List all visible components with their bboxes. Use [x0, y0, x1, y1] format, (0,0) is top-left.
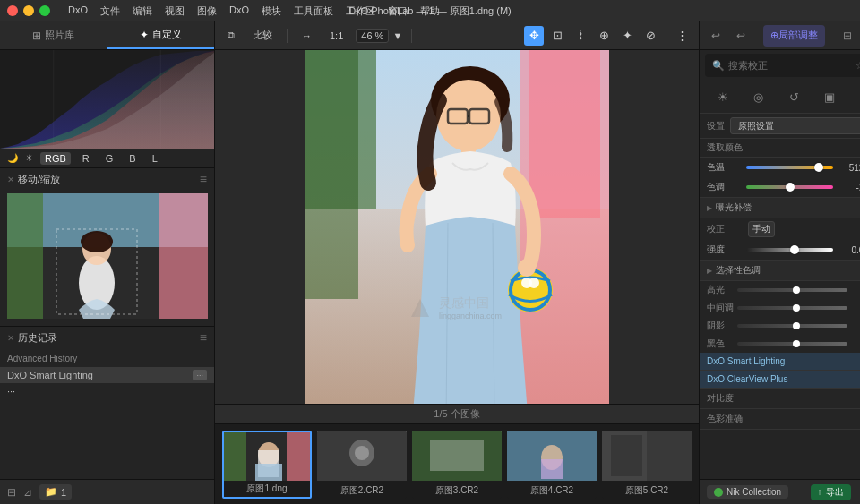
color-temp-thumb[interactable]: [814, 163, 823, 172]
compare-icon[interactable]: ⧉: [222, 28, 240, 43]
highlight-thumb[interactable]: [793, 286, 800, 294]
filmstrip-item-1[interactable]: 原图1.dng: [222, 431, 312, 499]
plugin-clearview[interactable]: DxO ClearView Plus ☆ 7: [700, 371, 860, 389]
filmstrip-item-4[interactable]: 原图4.CR2: [507, 431, 597, 499]
navigator-header[interactable]: ✕ 移动/缩放 ≡: [0, 168, 214, 190]
brightness-thumb[interactable]: [790, 245, 799, 254]
history-item[interactable]: ···: [0, 383, 214, 399]
zoom-down-icon[interactable]: ▼: [392, 30, 402, 41]
history-close-icon[interactable]: ✕: [7, 333, 14, 343]
highlight-slider[interactable]: [737, 288, 847, 292]
menu-edit[interactable]: 编辑: [133, 4, 152, 18]
redo-btn[interactable]: ↩: [730, 25, 752, 47]
dark-mode-icon[interactable]: 🌙: [7, 153, 18, 163]
settings-select[interactable]: 原照设置: [730, 117, 860, 134]
menu-module[interactable]: 模块: [262, 4, 281, 18]
nik-collection-btn[interactable]: Nik Collection: [707, 485, 788, 499]
filmstrip-item-3[interactable]: 原图3.CR2: [412, 431, 502, 499]
black-thumb[interactable]: [793, 340, 800, 347]
menu-view[interactable]: 视图: [165, 4, 185, 18]
detail-tool-icon[interactable]: ↺: [781, 84, 806, 109]
geometry-tool-icon[interactable]: ▣: [817, 84, 842, 109]
move-tool[interactable]: ✥: [524, 26, 544, 46]
history-menu-icon[interactable]: ≡: [200, 330, 207, 345]
search-box[interactable]: 🔍 ☆ ↺: [705, 54, 860, 77]
film-thumb-1: [224, 432, 310, 483]
fx-tool-icon[interactable]: fx: [853, 84, 860, 109]
bottom-icon-1[interactable]: ⊟: [7, 486, 16, 499]
midtone-row: 中间调 0 ▲ ▼: [700, 299, 860, 317]
history-header[interactable]: ✕ 历史记录 ≡: [0, 327, 214, 348]
midtone-slider[interactable]: [737, 306, 847, 310]
search-input[interactable]: [728, 60, 852, 71]
maximize-button[interactable]: [39, 5, 50, 16]
exposure-title: 曝光补偿: [716, 201, 860, 214]
selective-color-header[interactable]: ▶ 选择性色调 ☆ 7: [700, 260, 860, 281]
menu-image[interactable]: 图像: [197, 4, 217, 18]
rgb-btn-all[interactable]: RGB: [40, 152, 71, 165]
separator-2: [411, 29, 412, 43]
tab-customize[interactable]: ✦ 自定义: [108, 21, 215, 49]
filmstrip-item-2[interactable]: 原图2.CR2: [317, 431, 407, 499]
correction-mode[interactable]: 手动: [748, 221, 775, 237]
color-temp-slider[interactable]: [746, 166, 833, 169]
filmstrip-label-3: 原图3.CR2: [412, 483, 502, 499]
filter-icon[interactable]: ⊿: [23, 486, 32, 499]
horizon-tool[interactable]: ⌇: [571, 26, 590, 46]
menu-dxo[interactable]: DxO: [68, 4, 88, 18]
minimize-button[interactable]: [23, 5, 34, 16]
tab-library[interactable]: ⊞ 照片库: [0, 21, 108, 49]
crop-tool[interactable]: ⊡: [547, 26, 567, 46]
film-thumb-2: [317, 431, 407, 481]
rgb-btn-g[interactable]: G: [101, 152, 118, 165]
exposure-tool-icon[interactable]: ☀: [710, 84, 735, 109]
menu-tools[interactable]: 工具面板: [294, 4, 333, 18]
black-slider[interactable]: [737, 342, 847, 346]
star-icon[interactable]: ☆: [856, 60, 860, 72]
filmstrip-label-1: 原图1.dng: [224, 481, 310, 497]
right-top-toolbar: ↩ ↩ ⊕ 局部调整 ⊟ ≡: [700, 21, 860, 50]
light-mode-icon[interactable]: ☀: [25, 153, 33, 163]
repair-tool[interactable]: ✦: [617, 26, 637, 46]
history-item[interactable]: DxO Smart Lighting ···: [0, 367, 214, 383]
selective-collapse-icon: ▶: [707, 267, 712, 275]
navigator-close-icon[interactable]: ✕: [7, 175, 14, 184]
midtone-thumb[interactable]: [793, 304, 800, 312]
svg-point-41: [355, 446, 369, 460]
zoom-1to1-btn[interactable]: 1:1: [324, 29, 348, 43]
menu-file[interactable]: 文件: [100, 4, 120, 18]
tab-library-label: 照片库: [45, 29, 74, 42]
export-btn[interactable]: ↑ 导出: [811, 484, 851, 500]
undo-btn[interactable]: ↩: [705, 25, 727, 47]
compare-button[interactable]: 比较: [247, 27, 278, 44]
local-tool[interactable]: ⊕: [594, 26, 614, 46]
close-button[interactable]: [7, 5, 18, 16]
brightness-slider[interactable]: [746, 248, 833, 252]
preset-btn[interactable]: ⊟: [837, 25, 858, 47]
rgb-btn-l[interactable]: L: [148, 152, 162, 165]
shadow-slider[interactable]: [737, 324, 847, 328]
search-icon: 🔍: [712, 60, 725, 72]
color-tint-thumb[interactable]: [786, 183, 795, 192]
filmstrip-item-5[interactable]: 原图5.CR2: [602, 431, 692, 499]
plugin-smart-lighting[interactable]: DxO Smart Lighting ☆ 7: [700, 353, 860, 371]
zoom-fit-btn[interactable]: ↔: [297, 29, 317, 43]
color-tint-slider[interactable]: [746, 185, 833, 189]
exposure-section-header[interactable]: ▶ 曝光补偿 ☆ 7: [700, 197, 860, 218]
image-svg: [305, 50, 609, 404]
local-adjust-btn[interactable]: ⊕ 局部调整: [763, 25, 825, 47]
menu-dxo2[interactable]: DxO: [229, 4, 249, 18]
plugin-color-accuracy[interactable]: 色彩准确 ☆ 7: [700, 409, 860, 430]
eyedropper-tool[interactable]: ⊘: [641, 26, 660, 46]
svg-rect-35: [287, 432, 310, 483]
grid-view-icon[interactable]: ⋮: [672, 26, 692, 46]
color-tool-icon[interactable]: ◎: [746, 84, 771, 109]
image-area: 灵感中国 lingganchina.com: [215, 50, 699, 404]
navigator-menu-icon[interactable]: ≡: [200, 172, 207, 186]
plugin-contrast[interactable]: 对比度 ☆ 7: [700, 389, 860, 409]
rgb-btn-r[interactable]: R: [78, 152, 94, 165]
zoom-value[interactable]: 46 %: [356, 29, 389, 43]
rgb-btn-b[interactable]: B: [125, 152, 140, 165]
folder-badge[interactable]: 📁 1: [39, 484, 72, 500]
shadow-thumb[interactable]: [793, 322, 800, 329]
